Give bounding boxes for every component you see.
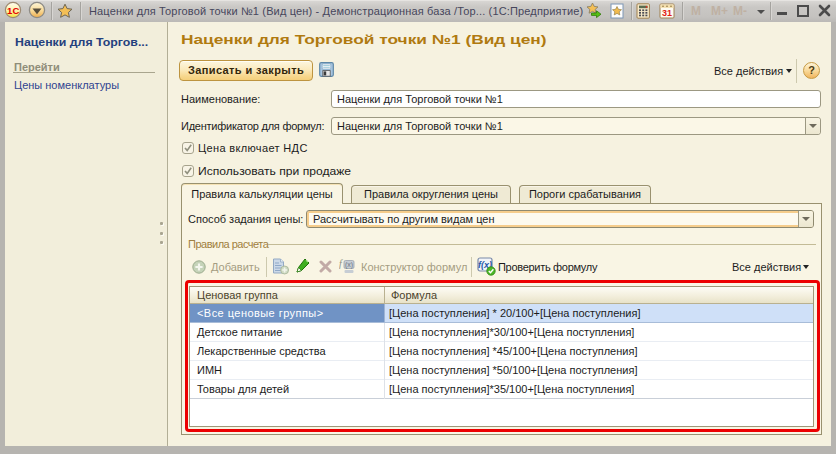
svg-text:31: 31: [662, 8, 672, 18]
svg-text:f: f: [339, 258, 343, 269]
svg-text:(x): (x): [345, 261, 353, 269]
svg-text:1С: 1С: [7, 5, 19, 16]
